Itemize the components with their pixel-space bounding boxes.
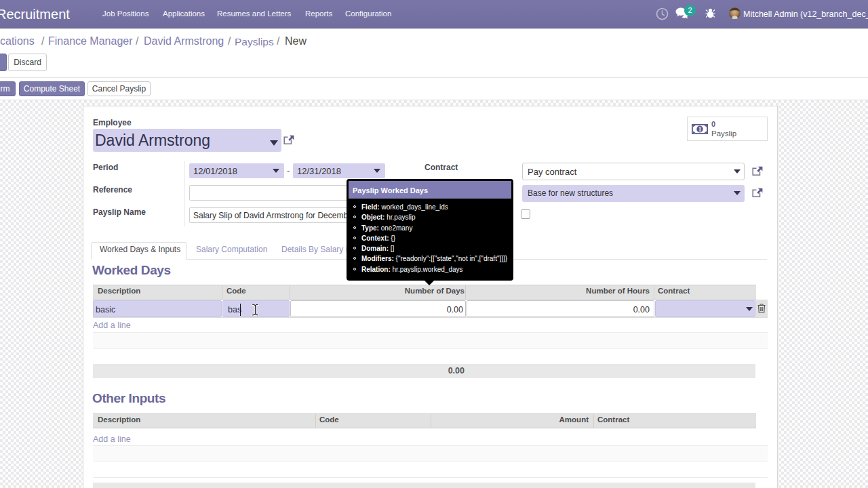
svg-text:1: 1 [698, 126, 702, 133]
